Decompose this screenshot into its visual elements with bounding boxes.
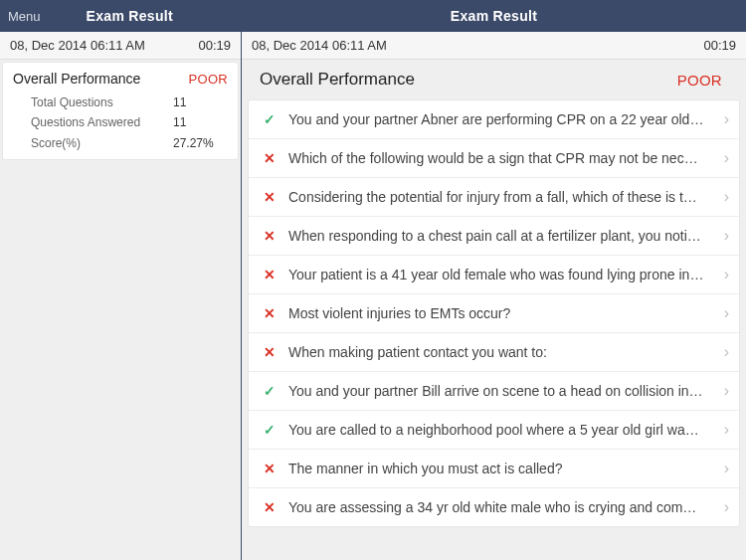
left-subbar: 08, Dec 2014 06:11 AM 00:19	[0, 32, 241, 60]
chevron-right-icon: ›	[724, 343, 729, 361]
chevron-right-icon: ›	[724, 266, 729, 283]
question-text: You and your partner Bill arrive on scen…	[288, 383, 724, 399]
stat-label: Score(%)	[31, 133, 173, 153]
stat-row: Questions Answered11	[31, 112, 228, 132]
question-row[interactable]: ✕You are assessing a 34 yr old white mal…	[249, 488, 739, 526]
stat-value: 11	[173, 112, 228, 132]
question-row[interactable]: ✕When responding to a chest pain call at…	[249, 217, 739, 256]
question-text: When responding to a chest pain call at …	[288, 228, 724, 244]
cross-icon: ✕	[261, 344, 279, 360]
right-perf-title: Overall Performance	[260, 70, 415, 90]
right-header: Exam Result	[242, 0, 746, 32]
question-text: Most violent injuries to EMTs occur?	[288, 305, 724, 321]
left-date: 08, Dec 2014 06:11 AM	[10, 38, 145, 53]
right-panel: Exam Result 08, Dec 2014 06:11 AM 00:19 …	[242, 0, 746, 560]
chevron-right-icon: ›	[724, 460, 729, 477]
question-text: You and your partner Abner are performin…	[288, 111, 724, 127]
question-row[interactable]: ✕The manner in which you must act is cal…	[249, 450, 739, 488]
chevron-right-icon: ›	[724, 188, 729, 206]
left-perf-title: Overall Performance	[13, 71, 140, 87]
check-icon: ✓	[261, 111, 279, 127]
chevron-right-icon: ›	[724, 227, 729, 245]
cross-icon: ✕	[261, 189, 279, 205]
left-header-title: Exam Result	[27, 8, 233, 24]
right-header-title: Exam Result	[451, 8, 537, 24]
cross-icon: ✕	[261, 228, 279, 244]
right-body: Overall Performance POOR ✓You and your p…	[242, 60, 746, 560]
left-performance-card: Overall Performance POOR Total Questions…	[2, 62, 239, 160]
question-text: Considering the potential for injury fro…	[288, 189, 724, 205]
stat-label: Questions Answered	[31, 112, 173, 132]
question-text: When making patient contact you want to:	[288, 344, 724, 360]
stats-list: Total Questions11Questions Answered11Sco…	[13, 93, 228, 153]
stat-value: 11	[173, 93, 228, 112]
chevron-right-icon: ›	[724, 498, 729, 516]
question-row[interactable]: ✓You and your partner Abner are performi…	[249, 100, 739, 139]
stat-value: 27.27%	[173, 133, 228, 153]
cross-icon: ✕	[261, 150, 279, 166]
cross-icon: ✕	[261, 499, 279, 515]
stat-row: Score(%)27.27%	[31, 133, 228, 153]
stat-label: Total Questions	[31, 93, 173, 112]
question-text: Which of the following would be a sign t…	[288, 150, 724, 166]
check-icon: ✓	[261, 422, 279, 438]
question-row[interactable]: ✕Your patient is a 41 year old female wh…	[249, 256, 739, 294]
question-row[interactable]: ✓You are called to a neighborhood pool w…	[249, 411, 739, 450]
chevron-right-icon: ›	[724, 304, 729, 322]
question-row[interactable]: ✓You and your partner Bill arrive on sce…	[249, 372, 739, 411]
cross-icon: ✕	[261, 267, 279, 282]
chevron-right-icon: ›	[724, 149, 729, 167]
cross-icon: ✕	[261, 461, 279, 476]
right-perf-status: POOR	[677, 72, 722, 89]
question-row[interactable]: ✕When making patient contact you want to…	[249, 333, 739, 372]
question-list: ✓You and your partner Abner are performi…	[248, 99, 740, 527]
left-timer: 00:19	[198, 38, 231, 53]
right-subbar: 08, Dec 2014 06:11 AM 00:19	[242, 32, 746, 60]
left-perf-header: Overall Performance POOR	[13, 71, 228, 87]
question-text: The manner in which you must act is call…	[288, 461, 724, 476]
check-icon: ✓	[261, 383, 279, 399]
right-perf-header: Overall Performance POOR	[244, 60, 744, 99]
chevron-right-icon: ›	[724, 421, 729, 439]
question-row[interactable]: ✕Considering the potential for injury fr…	[249, 178, 739, 217]
left-perf-status: POOR	[189, 72, 228, 87]
question-text: Your patient is a 41 year old female who…	[288, 267, 724, 282]
chevron-right-icon: ›	[724, 382, 729, 400]
stat-row: Total Questions11	[31, 93, 228, 112]
question-text: You are assessing a 34 yr old white male…	[288, 499, 724, 515]
chevron-right-icon: ›	[724, 110, 729, 128]
question-text: You are called to a neighborhood pool wh…	[288, 422, 724, 438]
left-panel: Menu Exam Result 08, Dec 2014 06:11 AM 0…	[0, 0, 242, 560]
question-row[interactable]: ✕Which of the following would be a sign …	[249, 139, 739, 178]
left-header: Menu Exam Result	[0, 0, 241, 32]
right-timer: 00:19	[703, 38, 736, 53]
question-row[interactable]: ✕Most violent injuries to EMTs occur?›	[249, 294, 739, 333]
right-date: 08, Dec 2014 06:11 AM	[252, 38, 387, 53]
cross-icon: ✕	[261, 305, 279, 321]
